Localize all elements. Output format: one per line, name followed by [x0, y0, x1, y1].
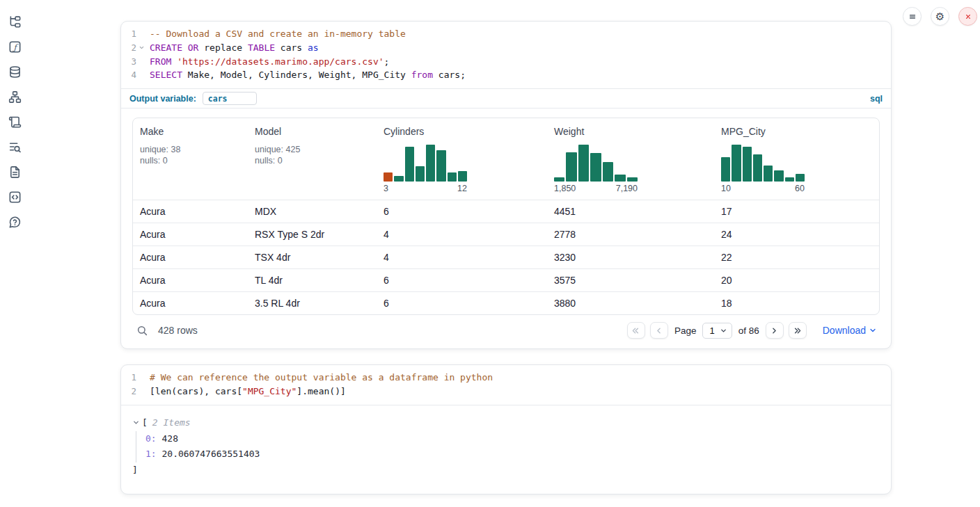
documentation-icon [8, 166, 22, 179]
table-cell: 3575 [547, 269, 714, 291]
column-header-weight[interactable]: Weight1,8507,190 [547, 118, 714, 200]
histogram-bar [603, 162, 613, 182]
column-label: Make [140, 126, 241, 137]
column-header-mpg_city[interactable]: MPG_City1060 [714, 118, 879, 200]
chevrons-left-icon [631, 326, 640, 335]
sql-code-editor[interactable]: 1-- Download a CSV and create an in-memo… [121, 22, 891, 88]
table-cell: 3880 [547, 292, 714, 314]
column-stats: unique: 38nulls: 0 [140, 144, 241, 166]
line-number: 1 [121, 371, 136, 385]
python-code-editor[interactable]: 1# We can reference the output variable … [121, 365, 891, 405]
sidebar-dependency-graph-button[interactable] [8, 90, 22, 104]
column-label: MPG_City [721, 126, 872, 137]
sidebar-function-square-button[interactable]: ƒ [8, 40, 22, 54]
axis-min-label: 1,850 [554, 184, 576, 193]
axis-max-label: 60 [795, 184, 805, 193]
histogram-bar [590, 153, 601, 182]
histogram-bar [458, 171, 467, 182]
code-text: -- Download a CSV and create an in-memor… [146, 27, 406, 41]
tree-entry-key: 0: [145, 433, 157, 444]
axis-max-label: 7,190 [616, 184, 638, 193]
table-row: AcuraTSX 4dr4323022 [133, 246, 879, 268]
code-text: SELECT Make, Model, Cylinders, Weight, M… [146, 68, 466, 82]
sidebar-documentation-button[interactable] [8, 166, 22, 179]
table-row: AcuraMDX6445117 [133, 200, 879, 223]
table-cell: 4 [377, 223, 547, 246]
sidebar-help-chat-button[interactable] [8, 216, 22, 229]
code-line: 2CREATE OR replace TABLE cars as [121, 41, 891, 55]
axis-min-label: 3 [384, 184, 388, 193]
table-cell: 24 [714, 223, 879, 246]
table-cell: 6 [377, 200, 547, 223]
fold-toggle-icon[interactable] [136, 41, 146, 55]
table-cell: 6 [377, 292, 547, 314]
download-button[interactable]: Download [823, 325, 877, 336]
language-badge: sql [870, 94, 883, 104]
output-variable-label: Output variable: [129, 94, 196, 104]
histogram-bar [764, 166, 773, 182]
output-variable-input[interactable]: cars [203, 92, 257, 105]
dependency-graph-icon [8, 90, 22, 104]
page-select-value: 1 [709, 325, 714, 336]
prev-page-button[interactable] [650, 322, 668, 339]
histogram-bar [384, 172, 393, 182]
tree-entry-value: 20.060747663551403 [157, 449, 260, 459]
sidebar-scratchpad-scroll-button[interactable] [8, 115, 22, 129]
sidebar-database-button[interactable] [8, 65, 22, 79]
fold-spacer [136, 68, 146, 82]
menu-button[interactable] [903, 7, 922, 26]
histogram-axis: 1060 [721, 184, 805, 193]
svg-text:ƒ: ƒ [13, 42, 19, 52]
histogram-bar [578, 145, 589, 182]
shutdown-button[interactable] [958, 7, 977, 26]
table-cell: 4451 [547, 200, 714, 223]
tree-entry-value: 428 [157, 433, 178, 444]
histogram-bar [743, 147, 752, 182]
python-cell: 1# We can reference the output variable … [120, 364, 892, 494]
column-label: Cylinders [384, 126, 540, 137]
search-button[interactable] [136, 324, 149, 337]
tree-open-bracket: [ [142, 417, 148, 428]
histogram-bar [394, 176, 403, 182]
column-header-model[interactable]: Modelunique: 425nulls: 0 [248, 118, 377, 200]
page-select[interactable]: 1 [702, 323, 732, 339]
first-page-button[interactable] [627, 322, 645, 339]
sql-cell: 1-- Download a CSV and create an in-memo… [120, 21, 892, 349]
line-number: 3 [121, 55, 136, 69]
table-cell: MDX [248, 200, 377, 223]
table-cell: 20 [714, 269, 879, 291]
search-icon [136, 325, 148, 337]
table-cell: Acura [133, 292, 248, 314]
code-text: [len(cars), cars["MPG_City"].mean()] [146, 385, 346, 399]
database-icon [8, 65, 22, 79]
fold-spacer [136, 385, 146, 399]
settings-button[interactable]: ⚙ [931, 7, 949, 26]
top-controls: ⚙ [903, 7, 977, 26]
sidebar-snippets-code-button[interactable] [8, 191, 22, 204]
table-row: AcuraRSX Type S 2dr4277824 [133, 223, 879, 246]
histogram-bar [721, 157, 730, 182]
last-page-button[interactable] [789, 322, 807, 339]
histogram-bar [615, 175, 625, 182]
column-stats: unique: 425nulls: 0 [255, 144, 370, 166]
histogram-bar [554, 177, 564, 182]
fold-spacer [136, 27, 146, 41]
close-icon [963, 12, 973, 22]
sidebar-file-tree-button[interactable] [8, 15, 22, 29]
histogram-bar [416, 166, 425, 182]
sidebar-logs-search-button[interactable] [8, 140, 22, 154]
chevrons-right-icon [793, 326, 802, 335]
column-header-cylinders[interactable]: Cylinders312 [377, 118, 547, 200]
code-text: FROM 'https://datasets.marimo.app/cars.c… [146, 55, 389, 69]
line-number: 2 [121, 385, 136, 399]
chevron-down-icon [869, 326, 877, 335]
histogram-bar [448, 172, 457, 182]
tree-collapse-icon[interactable] [132, 419, 140, 426]
next-page-button[interactable] [766, 322, 784, 339]
column-label: Model [255, 126, 370, 137]
table-cell: 2778 [547, 223, 714, 246]
code-text: CREATE OR replace TABLE cars as [146, 41, 319, 55]
tree-entry: 0: 428 [145, 431, 880, 447]
column-header-make[interactable]: Makeunique: 38nulls: 0 [133, 118, 248, 200]
axis-min-label: 10 [721, 184, 731, 193]
